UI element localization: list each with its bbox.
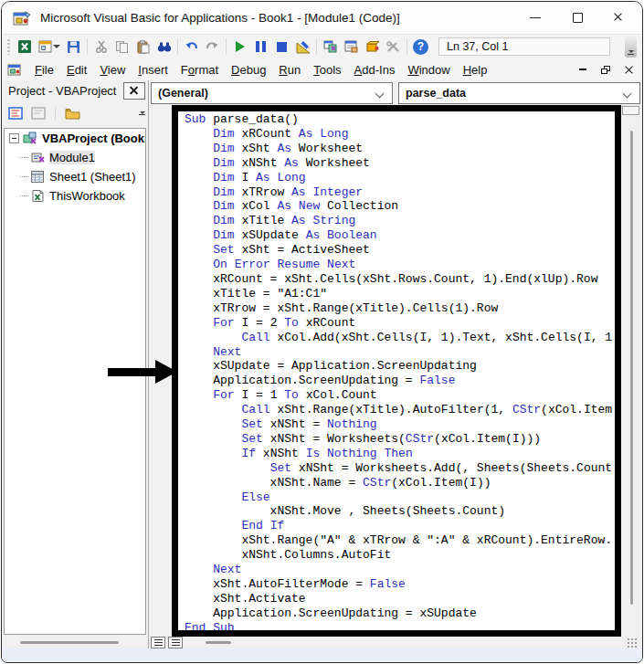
tree-item-module1[interactable]: Module1 [5,148,145,167]
menu-bar: FileEditViewInsertFormatDebugRunToolsAdd… [2,58,642,80]
toolbox-button[interactable] [383,37,404,57]
view-code-button[interactable] [6,105,25,121]
worksheet-icon [30,170,46,184]
project-panel-close-button[interactable] [123,82,145,100]
toolbar-separator [55,107,56,121]
toggle-folders-button[interactable] [63,105,81,121]
title-bar: Microsoft Visual Basic for Applications … [2,2,642,35]
tree-item-sheet1[interactable]: Sheet1 (Sheet1) [5,167,145,186]
mdi-restore-icon[interactable] [601,66,610,74]
menu-tools[interactable]: Tools [307,61,347,79]
resize-grip-icon[interactable] [627,638,637,648]
menu-window[interactable]: Window [401,61,456,79]
toolbar-options-bar [628,54,634,55]
find-icon [157,41,172,53]
toolbar-separator [406,38,407,55]
insert-userform-icon [38,40,52,53]
close-icon [130,86,140,96]
menu-run[interactable]: Run [272,61,307,79]
close-button[interactable] [604,6,635,30]
view-microsoft-excel-button[interactable] [14,37,35,57]
scrollbar-thumb[interactable] [20,641,119,644]
excel-icon [17,39,32,54]
procedure-view-button[interactable] [151,637,165,648]
object-dropdown[interactable]: (General) [151,82,393,104]
run-button[interactable] [229,37,250,57]
panel-toolbar-options[interactable] [139,111,145,116]
toolbar-options-button[interactable] [625,37,637,58]
reset-icon [277,42,287,52]
maximize-icon [573,13,583,23]
object-browser-button[interactable] [362,37,383,57]
break-button[interactable] [250,37,271,57]
full-module-view-button[interactable] [168,637,183,648]
menu-format[interactable]: Format [174,61,225,79]
code-dropdowns: (General) parse_data [151,82,640,104]
full-module-view-icon [172,639,180,646]
chevron-down-icon [623,90,632,99]
toolbar-grip[interactable] [7,39,10,55]
menu-insert[interactable]: Insert [132,61,174,79]
find-button[interactable] [153,37,174,57]
view-code-icon [8,107,23,120]
mdi-close-icon[interactable] [625,66,633,74]
reset-button[interactable] [271,37,292,57]
tree-label: VBAProject (Book1) [42,132,145,145]
paste-button[interactable] [132,37,153,57]
procedure-dropdown[interactable]: parse_data [398,82,640,104]
redo-button[interactable] [202,37,223,57]
menu-help[interactable]: Help [457,61,494,79]
undo-button[interactable] [181,37,202,57]
minimize-button[interactable] [520,6,551,30]
window-bottom-edge [2,648,642,662]
design-mode-icon [296,40,311,54]
toolbar-options-caret [628,50,634,53]
vertical-scrollbar[interactable] [630,131,633,605]
tree-connector [20,176,28,177]
vertical-scrollbar-top[interactable] [622,106,639,115]
mdi-minimize-icon[interactable] [579,69,586,70]
maximize-button[interactable] [562,6,593,30]
collapse-icon[interactable] [9,133,19,143]
menu-add-ins[interactable]: Add-Ins [348,61,402,79]
workbook-icon [30,189,46,203]
help-icon [413,39,428,55]
paste-icon [137,40,150,54]
code-window-bottom-bar [151,637,640,648]
save-icon [67,40,80,54]
cut-button[interactable] [90,37,111,57]
tree-connector [20,157,28,158]
tree-label: Module1 [49,151,95,164]
properties-window-button[interactable] [341,37,362,57]
horizontal-scrollbar[interactable] [206,641,231,644]
insert-userform-button[interactable] [35,37,63,57]
tree-item-vbaproject[interactable]: VBAProject (Book1) [5,129,145,148]
object-browser-icon [365,40,379,53]
code-editor[interactable]: Sub parse_data() Dim xRCount As Long Dim… [178,111,615,636]
help-button[interactable] [410,37,431,57]
window-title: Microsoft Visual Basic for Applications … [40,11,400,25]
run-icon [236,41,245,52]
mdi-client-area: Project - VBAProject [2,80,642,648]
menu-file[interactable]: File [28,61,60,79]
menu-debug[interactable]: Debug [225,61,272,79]
project-panel-toolbar [2,101,148,125]
tree-connector [20,195,28,196]
design-mode-button[interactable] [292,37,313,57]
menu-edit[interactable]: Edit [60,61,93,79]
project-panel-hscrollbar[interactable] [7,641,119,645]
view-object-button[interactable] [29,105,48,121]
copy-button[interactable] [111,37,132,57]
folder-icon [65,108,80,120]
project-explorer-button[interactable] [320,37,341,57]
tree-item-thisworkbook[interactable]: ThisWorkbook [5,186,145,206]
save-button[interactable] [63,37,84,57]
annotation-arrow-icon [108,360,177,384]
menu-view[interactable]: View [93,61,132,79]
minimize-icon [530,17,541,18]
panel-options-bar [139,114,145,115]
toolbar-separator [316,38,317,55]
properties-window-icon [344,40,358,53]
standard-toolbar: Ln 37, Col 1 [2,35,642,58]
vba-editor-window: Microsoft Visual Basic for Applications … [1,1,643,663]
